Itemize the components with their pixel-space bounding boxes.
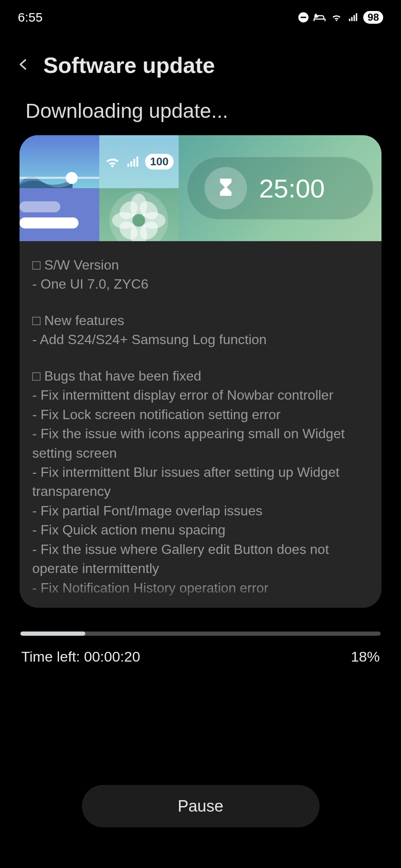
notes-bug-line: - Fix the issue where Gallery edit Butto… [32, 542, 329, 576]
release-notes[interactable]: □ S/W Version - One UI 7.0, ZYC6 □ New f… [20, 241, 381, 608]
notes-bug-line: - Fix the issue with icons appearing sma… [32, 426, 345, 460]
time-left-label: Time left: 00:00:20 [21, 648, 140, 665]
progress-section [0, 608, 401, 636]
notes-features-line: - Add S24/S24+ Samsung Log function [32, 332, 266, 347]
svg-point-11 [132, 214, 145, 227]
svg-rect-1 [301, 17, 306, 18]
wifi-icon [330, 12, 343, 23]
status-icons: 98 [298, 11, 383, 24]
notes-bugs-title: □ Bugs that have been fixed [32, 368, 201, 384]
notes-bug-line: - Fix Quick action menu spacing [32, 522, 225, 537]
notes-features-title: □ New features [32, 313, 124, 328]
page-header: Software update [0, 30, 401, 78]
battery-badge: 98 [363, 11, 383, 24]
back-button[interactable] [14, 53, 34, 77]
progress-percent-label: 18% [351, 648, 380, 665]
pause-button[interactable]: Pause [82, 785, 320, 827]
signal-icon [347, 12, 359, 23]
flower-icon [107, 189, 171, 241]
banner-tile-slider [20, 135, 99, 241]
progress-bar [20, 632, 381, 636]
banner-tile-status: 100 [99, 135, 179, 241]
progress-info-row: Time left: 00:00:20 18% [0, 636, 401, 665]
banner-tile-timer: 25:00 [179, 135, 381, 241]
bed-icon [313, 12, 326, 23]
notes-bug-line: - Fix Lock screen notification setting e… [32, 407, 280, 422]
banner-timer-text: 25:00 [259, 173, 325, 203]
update-banner: 100 [20, 135, 381, 241]
signal-icon [126, 155, 140, 169]
update-card: 100 [20, 135, 381, 608]
notes-bug-line: - Fix intermittent Blur issues after set… [32, 465, 339, 499]
banner-battery-badge: 100 [145, 154, 174, 170]
notes-version-title: □ S/W Version [32, 257, 119, 273]
progress-fill [20, 632, 85, 636]
status-bar: 6:55 98 [0, 0, 401, 30]
hourglass-icon [205, 167, 247, 209]
status-time: 6:55 [18, 10, 42, 25]
notes-bug-line: - Fix intermittent display error of Nowb… [32, 387, 334, 403]
dnd-icon [298, 12, 309, 23]
page-title: Software update [43, 53, 215, 78]
download-status-heading: Downloading update... [0, 78, 401, 135]
wifi-icon [104, 154, 121, 170]
notes-version-line: - One UI 7.0, ZYC6 [32, 276, 149, 292]
notes-bug-line: - Fix partial Font/Image overlap issues [32, 503, 262, 518]
